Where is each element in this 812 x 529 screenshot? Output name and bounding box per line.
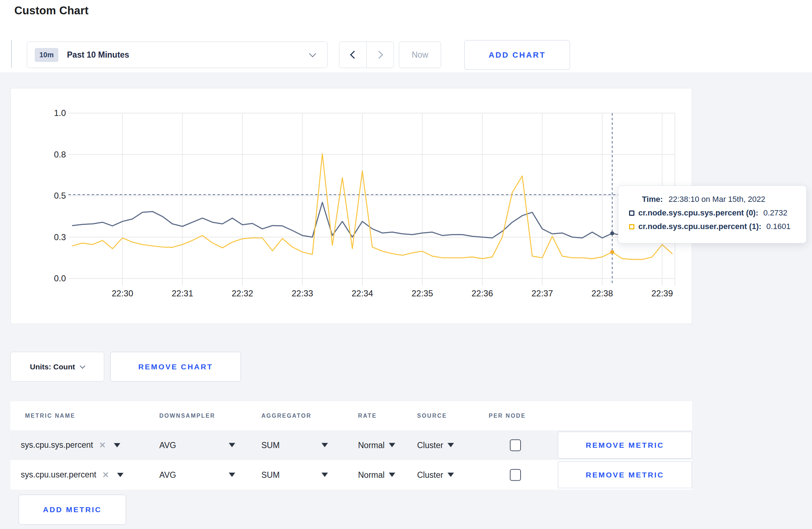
remove-metric-x-icon[interactable]: ✕ (99, 440, 106, 450)
prev-range-button[interactable] (339, 42, 367, 68)
downsampler-dropdown[interactable]: AVG (159, 470, 235, 480)
svg-text:0.0: 0.0 (54, 273, 66, 283)
svg-text:0.8: 0.8 (54, 150, 66, 159)
svg-text:0.3: 0.3 (54, 232, 66, 242)
dropdown-caret-icon (389, 473, 395, 477)
col-header-aggregator: AGGREGATOR (261, 413, 311, 419)
dropdown-caret-icon (229, 473, 235, 477)
col-header-downsampler: DOWNSAMPLER (159, 413, 215, 419)
chevron-right-icon (375, 51, 383, 59)
units-dropdown[interactable]: Units: Count (10, 352, 104, 382)
svg-text:22:39: 22:39 (651, 288, 673, 298)
chevron-down-icon (309, 50, 316, 57)
aggregator-value: SUM (261, 470, 280, 480)
dropdown-caret-icon (114, 443, 120, 447)
col-header-per-node: PER NODE (489, 413, 526, 419)
add-metric-button[interactable]: ADD METRIC (19, 495, 126, 525)
col-header-rate: RATE (358, 413, 377, 419)
svg-text:22:38: 22:38 (591, 288, 613, 298)
units-label: Units: Count (30, 363, 75, 371)
metric-name-value: sys.cpu.user.percent (21, 470, 96, 480)
remove-metric-button[interactable]: REMOVE METRIC (558, 432, 692, 458)
rate-value: Normal (358, 470, 385, 480)
remove-chart-button[interactable]: REMOVE CHART (110, 352, 241, 382)
time-range-label: Past 10 Minutes (67, 50, 129, 60)
time-range-badge: 10m (35, 48, 58, 62)
series-color-swatch-icon (629, 210, 634, 216)
time-range-dropdown[interactable]: 10m Past 10 Minutes (27, 42, 328, 68)
svg-text:22:36: 22:36 (472, 288, 493, 298)
rate-value: Normal (358, 440, 385, 450)
dropdown-caret-icon (322, 443, 328, 447)
next-range-button[interactable] (367, 42, 393, 68)
source-value: Cluster (417, 470, 443, 480)
svg-text:22:32: 22:32 (232, 288, 253, 298)
tooltip-series-name: cr.node.sys.cpu.user.percent (1): (638, 222, 762, 231)
aggregator-dropdown[interactable]: SUM (261, 440, 328, 450)
toolbar-divider (11, 40, 12, 68)
svg-text:22:30: 22:30 (112, 288, 133, 298)
rate-dropdown[interactable]: Normal (358, 440, 395, 450)
metrics-table: METRIC NAME DOWNSAMPLER AGGREGATOR RATE … (10, 401, 692, 490)
svg-text:22:34: 22:34 (352, 288, 373, 298)
metric-name-value: sys.cpu.sys.percent (21, 440, 93, 450)
downsampler-dropdown[interactable]: AVG (159, 440, 235, 450)
tooltip-time-row: Time: 22:38:10 on Mar 15th, 2022 (629, 195, 798, 204)
metric-row: sys.cpu.user.percent ✕ AVG SUM Normal Cl… (10, 460, 692, 490)
metric-row: sys.cpu.sys.percent ✕ AVG SUM Normal Clu… (10, 430, 692, 460)
dropdown-caret-icon (322, 473, 328, 477)
tooltip-series-row: cr.node.sys.cpu.sys.percent (0): 0.2732 (629, 208, 798, 218)
tooltip-series-value: 0.1601 (767, 222, 791, 231)
now-button[interactable]: Now (399, 42, 441, 68)
tooltip-series-value: 0.2732 (763, 208, 787, 218)
source-value: Cluster (417, 440, 443, 450)
tooltip-series-name: cr.node.sys.cpu.sys.percent (0): (638, 208, 758, 218)
chevron-left-icon (350, 51, 358, 59)
svg-text:0.5: 0.5 (54, 191, 66, 200)
add-chart-button[interactable]: ADD CHART (464, 40, 570, 70)
series-color-swatch-icon (629, 224, 634, 229)
col-header-metric-name: METRIC NAME (25, 413, 75, 419)
chart-tooltip: Time: 22:38:10 on Mar 15th, 2022 cr.node… (618, 185, 807, 243)
dropdown-caret-icon (448, 473, 454, 477)
source-dropdown[interactable]: Cluster (417, 440, 454, 450)
per-node-checkbox[interactable] (510, 469, 521, 481)
col-header-source: SOURCE (417, 413, 447, 419)
svg-text:22:35: 22:35 (411, 288, 433, 298)
per-node-checkbox[interactable] (510, 439, 521, 451)
svg-text:22:31: 22:31 (171, 288, 193, 298)
timeseries-chart[interactable]: 1.00.80.50.30.022:3022:3122:3222:3322:34… (11, 88, 692, 324)
dropdown-caret-icon (448, 443, 454, 447)
aggregator-value: SUM (261, 440, 280, 450)
downsampler-value: AVG (159, 440, 176, 450)
chart-card: 1.00.80.50.30.022:3022:3122:3222:3322:34… (10, 88, 692, 324)
chevron-down-icon (80, 363, 86, 369)
downsampler-value: AVG (159, 470, 176, 480)
page-title: Custom Chart (14, 4, 88, 17)
metric-name-dropdown[interactable]: sys.cpu.sys.percent ✕ (21, 440, 120, 450)
metrics-table-header: METRIC NAME DOWNSAMPLER AGGREGATOR RATE … (10, 401, 692, 430)
svg-text:22:37: 22:37 (531, 288, 553, 298)
tooltip-time-label: Time: (642, 195, 663, 204)
rate-dropdown[interactable]: Normal (358, 470, 395, 480)
svg-text:22:33: 22:33 (291, 288, 313, 298)
source-dropdown[interactable]: Cluster (417, 470, 454, 480)
tooltip-series-row: cr.node.sys.cpu.user.percent (1): 0.1601 (629, 222, 798, 231)
remove-metric-x-icon[interactable]: ✕ (102, 470, 109, 480)
svg-text:1.0: 1.0 (54, 108, 66, 118)
remove-metric-button[interactable]: REMOVE METRIC (558, 461, 692, 488)
dropdown-caret-icon (117, 473, 124, 477)
dropdown-caret-icon (389, 443, 395, 447)
time-pager (339, 42, 394, 68)
tooltip-time-value: 22:38:10 on Mar 15th, 2022 (668, 195, 765, 204)
metric-name-dropdown[interactable]: sys.cpu.user.percent ✕ (21, 470, 124, 480)
aggregator-dropdown[interactable]: SUM (261, 470, 328, 480)
dropdown-caret-icon (229, 443, 235, 447)
